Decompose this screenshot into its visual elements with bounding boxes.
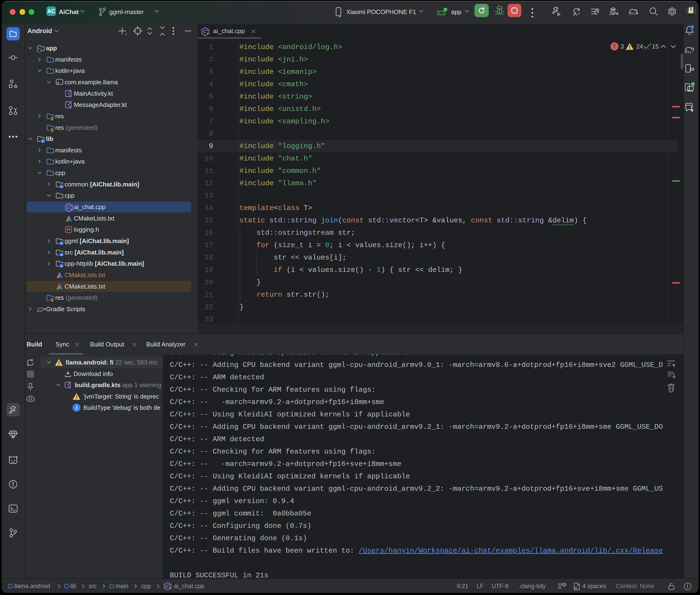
svg-text:C: C bbox=[203, 29, 206, 34]
svg-text:C: C bbox=[67, 205, 70, 210]
svg-text:C: C bbox=[166, 584, 168, 589]
svg-text:A: A bbox=[573, 10, 577, 17]
